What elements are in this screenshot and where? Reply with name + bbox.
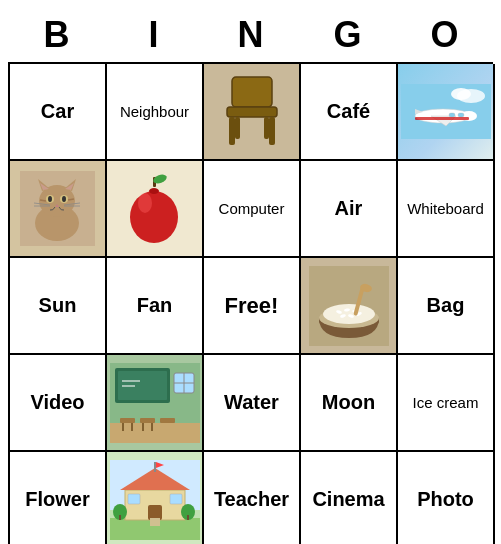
svg-rect-2	[229, 117, 235, 145]
airplane-icon	[401, 84, 491, 139]
cell-3-1	[107, 355, 204, 452]
school-building-icon	[110, 460, 200, 540]
header-n: N	[202, 8, 299, 62]
apple-icon	[117, 169, 192, 249]
svg-rect-76	[154, 462, 156, 472]
svg-rect-63	[142, 423, 144, 431]
svg-line-28	[40, 200, 46, 201]
svg-rect-0	[232, 77, 272, 107]
svg-rect-59	[140, 418, 155, 423]
svg-point-43	[323, 304, 375, 324]
cell-3-4: Ice cream	[398, 355, 495, 452]
svg-rect-61	[122, 423, 124, 431]
svg-rect-4	[235, 117, 240, 139]
bingo-grid: Car Neighbour Café	[8, 62, 493, 544]
bingo-card: B I N G O Car Neighbour	[0, 0, 501, 544]
svg-rect-3	[269, 117, 275, 145]
svg-rect-58	[120, 418, 135, 423]
cell-2-0: Sun	[10, 258, 107, 355]
cell-1-3: Air	[301, 161, 398, 258]
cell-4-3: Cinema	[301, 452, 398, 544]
cell-4-0: Flower	[10, 452, 107, 544]
svg-rect-64	[151, 423, 153, 431]
header-g: G	[299, 8, 396, 62]
cell-3-3: Moon	[301, 355, 398, 452]
classroom-icon	[110, 363, 200, 443]
cell-0-4	[398, 64, 495, 161]
cell-4-1	[107, 452, 204, 544]
cell-1-0	[10, 161, 107, 258]
svg-rect-62	[131, 423, 133, 431]
svg-rect-60	[160, 418, 175, 423]
svg-rect-15	[415, 117, 469, 120]
cell-0-2	[204, 64, 301, 161]
cell-2-2: Free!	[204, 258, 301, 355]
chair-icon	[217, 72, 287, 152]
svg-point-39	[149, 188, 159, 194]
cell-4-2: Teacher	[204, 452, 301, 544]
svg-rect-82	[187, 515, 189, 520]
header-i: I	[105, 8, 202, 62]
cell-2-1: Fan	[107, 258, 204, 355]
cell-0-0: Car	[10, 64, 107, 161]
svg-rect-75	[170, 494, 182, 504]
svg-rect-13	[449, 113, 455, 117]
cell-1-4: Whiteboard	[398, 161, 495, 258]
cell-4-4: Photo	[398, 452, 495, 544]
svg-point-38	[138, 193, 152, 213]
svg-line-29	[68, 199, 74, 200]
svg-point-25	[48, 196, 52, 202]
cell-2-3	[301, 258, 398, 355]
cell-3-2: Water	[204, 355, 301, 452]
svg-point-26	[62, 196, 66, 202]
svg-rect-74	[128, 494, 140, 504]
cat-icon	[20, 171, 95, 246]
cell-1-1	[107, 161, 204, 258]
svg-rect-1	[227, 107, 277, 117]
cell-0-3: Café	[301, 64, 398, 161]
cell-1-2: Computer	[204, 161, 301, 258]
svg-rect-5	[264, 117, 269, 139]
svg-point-37	[130, 191, 178, 243]
svg-point-8	[451, 88, 471, 100]
svg-rect-73	[148, 505, 162, 520]
rice-icon	[309, 266, 389, 346]
svg-rect-78	[150, 518, 160, 526]
cell-3-0: Video	[10, 355, 107, 452]
header-o: O	[396, 8, 493, 62]
svg-rect-14	[458, 113, 464, 117]
bingo-header: B I N G O	[8, 8, 493, 62]
header-b: B	[8, 8, 105, 62]
cell-2-4: Bag	[398, 258, 495, 355]
svg-rect-80	[119, 515, 121, 520]
cell-0-1: Neighbour	[107, 64, 204, 161]
